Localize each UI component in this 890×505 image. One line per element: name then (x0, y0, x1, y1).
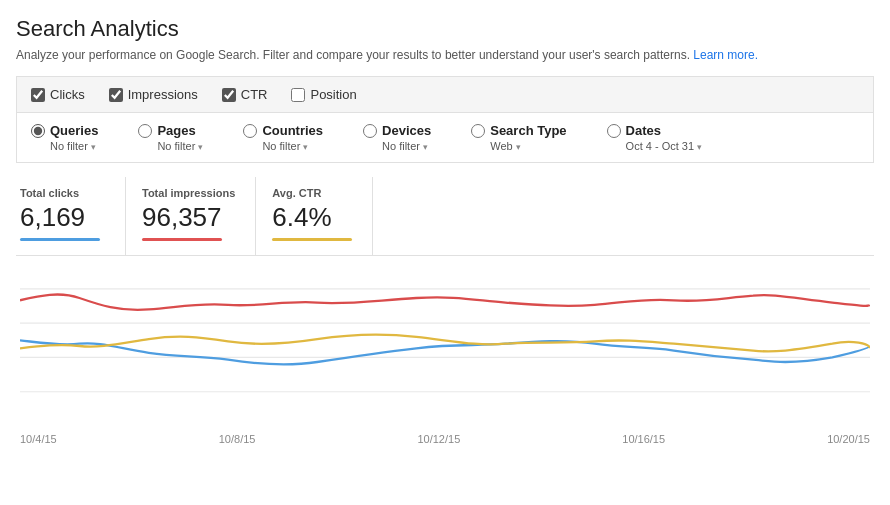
x-axis-labels: 10/4/15 10/8/15 10/12/15 10/16/15 10/20/… (20, 429, 870, 445)
radio-countries[interactable]: Countries No filter ▾ (243, 123, 363, 152)
radio-queries[interactable]: Queries No filter ▾ (31, 123, 138, 152)
checkbox-clicks-input[interactable] (31, 88, 45, 102)
stat-clicks: Total clicks 6,169 (16, 177, 126, 255)
red-line (20, 294, 870, 309)
page-title: Search Analytics (16, 16, 874, 42)
blue-line (20, 340, 870, 364)
yellow-line (20, 334, 870, 351)
chart-svg (20, 266, 870, 426)
queries-sublabel[interactable]: No filter ▾ (50, 140, 96, 152)
devices-sublabel[interactable]: No filter ▾ (382, 140, 428, 152)
radio-devices-input[interactable] (363, 124, 377, 138)
checkbox-clicks[interactable]: Clicks (31, 87, 85, 102)
stat-ctr: Avg. CTR 6.4% (256, 177, 373, 255)
radio-dates[interactable]: Dates Oct 4 - Oct 31 ▾ (607, 123, 743, 152)
search-type-sublabel[interactable]: Web ▾ (490, 140, 520, 152)
chart-container: 10/4/15 10/8/15 10/12/15 10/16/15 10/20/… (16, 266, 874, 426)
subtitle: Analyze your performance on Google Searc… (16, 48, 874, 62)
clicks-bar (20, 238, 100, 241)
radio-row: Queries No filter ▾ Pages No filter ▾ Co… (16, 113, 874, 163)
radio-search-type[interactable]: Search Type Web ▾ (471, 123, 606, 152)
radio-devices[interactable]: Devices No filter ▾ (363, 123, 471, 152)
learn-more-link[interactable]: Learn more. (693, 48, 758, 62)
radio-pages[interactable]: Pages No filter ▾ (138, 123, 243, 152)
radio-countries-input[interactable] (243, 124, 257, 138)
checkbox-ctr[interactable]: CTR (222, 87, 268, 102)
radio-search-type-input[interactable] (471, 124, 485, 138)
checkbox-position[interactable]: Position (291, 87, 356, 102)
stat-impressions: Total impressions 96,357 (126, 177, 256, 255)
pages-sublabel[interactable]: No filter ▾ (157, 140, 203, 152)
impressions-bar (142, 238, 222, 241)
stats-row: Total clicks 6,169 Total impressions 96,… (16, 177, 874, 256)
ctr-bar (272, 238, 352, 241)
checkbox-impressions[interactable]: Impressions (109, 87, 198, 102)
checkbox-impressions-input[interactable] (109, 88, 123, 102)
page-container: Search Analytics Analyze your performanc… (0, 0, 890, 426)
radio-pages-input[interactable] (138, 124, 152, 138)
checkbox-position-input[interactable] (291, 88, 305, 102)
checkbox-ctr-input[interactable] (222, 88, 236, 102)
radio-queries-input[interactable] (31, 124, 45, 138)
radio-dates-input[interactable] (607, 124, 621, 138)
dates-sublabel[interactable]: Oct 4 - Oct 31 ▾ (626, 140, 703, 152)
countries-sublabel[interactable]: No filter ▾ (262, 140, 308, 152)
checkboxes-row: Clicks Impressions CTR Position (16, 76, 874, 113)
